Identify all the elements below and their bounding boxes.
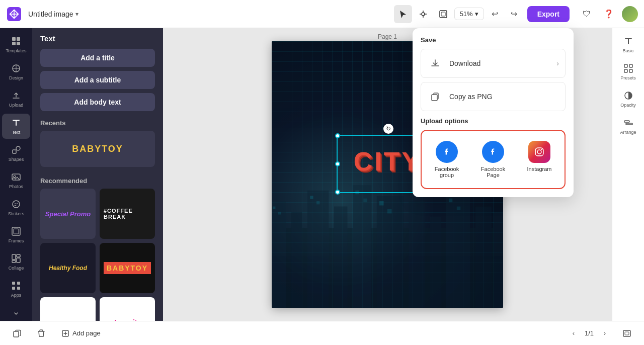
project-title[interactable]: Untitled image ▾ [28, 10, 78, 18]
okay-text: okay. [55, 317, 80, 321]
add-page-label: Add page [72, 329, 101, 337]
svg-rect-38 [475, 207, 492, 308]
shield-icon[interactable]: 🛡 [578, 5, 596, 23]
svg-point-65 [537, 150, 541, 154]
right-sidebar-presets-label: Presets [620, 75, 636, 80]
select-tool[interactable] [394, 5, 412, 23]
add-page-button[interactable]: Add page [56, 326, 106, 340]
sidebar-item-collage[interactable]: Collage [2, 249, 30, 275]
sidebar-item-label-shapes: Shapes [9, 157, 24, 162]
svg-rect-51 [629, 64, 632, 67]
coffee-break-text: #Coffee Break [104, 208, 151, 220]
svg-point-12 [16, 146, 20, 150]
svg-rect-7 [17, 37, 20, 41]
sidebar-item-label-stickers: Stickers [8, 211, 24, 216]
undo-button[interactable]: ↩ [486, 5, 504, 23]
sidebar-item-templates[interactable]: Templates [2, 32, 30, 57]
instagram-label: Instagram [527, 166, 552, 172]
svg-rect-52 [624, 69, 627, 72]
expand-pages-button[interactable] [618, 326, 636, 340]
expand-sidebar-button[interactable] [2, 304, 30, 321]
svg-rect-44 [355, 191, 359, 194]
copy-png-option[interactable]: Copy as PNG [421, 82, 566, 111]
right-sidebar-opacity-label: Opacity [620, 103, 636, 108]
svg-point-3 [422, 13, 425, 16]
copy-png-label: Copy as PNG [449, 93, 559, 101]
svg-rect-33 [353, 185, 371, 308]
svg-rect-8 [12, 42, 16, 45]
svg-rect-46 [379, 201, 383, 205]
recent-item-babytoy[interactable]: BABYTOY [40, 131, 155, 167]
special-promo-text: Special Promo [45, 210, 91, 218]
rec-okay[interactable]: okay. [40, 297, 96, 321]
sidebar-item-label-upload: Upload [9, 103, 24, 108]
svg-rect-27 [17, 287, 20, 290]
next-page-button[interactable]: › [598, 326, 612, 340]
page-indicator: 1/1 [585, 329, 594, 337]
babytoy-text: BABYTOY [72, 144, 123, 154]
rec-loveit[interactable]: Love it . [100, 297, 155, 321]
upload-instagram[interactable]: Instagram [518, 135, 560, 184]
right-sidebar-arrange[interactable]: Arrange [614, 114, 642, 139]
svg-rect-11 [13, 150, 16, 153]
download-icon [427, 55, 443, 71]
right-sidebar-presets[interactable]: Presets [614, 59, 642, 84]
svg-point-17 [17, 203, 18, 204]
help-icon[interactable]: ❓ [600, 5, 618, 23]
recommended-title: Recommended [32, 171, 163, 189]
sidebar-item-shapes[interactable]: Shapes [2, 141, 30, 166]
sidebar-item-label-photos: Photos [9, 184, 23, 189]
svg-rect-35 [409, 201, 425, 308]
svg-rect-47 [387, 209, 391, 213]
rec-special-promo[interactable]: Special Promo [40, 189, 96, 239]
bottom-bar: Add page ‹ 1/1 › [0, 321, 644, 345]
prev-page-button[interactable]: ‹ [567, 326, 581, 340]
panel-title: Text [32, 28, 163, 47]
download-option[interactable]: Download › [421, 49, 566, 78]
topbar: Untitled image ▾ 51% ▾ ↩ ↪ Export 🛡 ❓ [0, 0, 644, 28]
add-subtitle-button[interactable]: Add a subtitle [40, 71, 155, 89]
upload-facebook-page[interactable]: Facebook Page [472, 135, 514, 184]
add-title-button[interactable]: Add a title [40, 49, 155, 67]
babytoy2-text: BABYTOY [104, 262, 151, 274]
pan-tool[interactable] [414, 5, 432, 23]
right-sidebar-basic[interactable]: Basic [614, 32, 642, 57]
add-body-button[interactable]: Add body text [40, 93, 155, 111]
chevron-down-icon: ▾ [75, 11, 78, 18]
svg-point-16 [15, 203, 16, 204]
sidebar-item-upload[interactable]: Upload [2, 87, 30, 112]
right-sidebar-opacity[interactable]: Opacity [614, 87, 642, 112]
right-sidebar-basic-label: Basic [622, 48, 633, 53]
sidebar-item-text[interactable]: Text [2, 114, 30, 139]
sidebar-item-design[interactable]: Design [2, 59, 30, 84]
svg-rect-42 [310, 196, 313, 199]
page-current: 1 [585, 329, 588, 337]
sidebar-item-label-collage: Collage [9, 266, 24, 271]
rec-coffee-break[interactable]: #Coffee Break [100, 189, 155, 239]
redo-button[interactable]: ↪ [505, 5, 523, 23]
export-button[interactable]: Export [527, 6, 570, 22]
upload-facebook-group[interactable]: Facebook group [426, 135, 468, 184]
svg-point-14 [14, 176, 16, 178]
rec-babytoy2[interactable]: BABYTOY [100, 243, 155, 293]
recommended-grid: Special Promo #Coffee Break Healthy Food… [32, 189, 163, 321]
sidebar-item-photos[interactable]: Photos [2, 168, 30, 193]
svg-rect-22 [17, 258, 20, 263]
svg-rect-56 [626, 123, 632, 125]
avatar[interactable] [622, 6, 638, 22]
duplicate-button[interactable] [8, 326, 26, 340]
svg-rect-48 [449, 199, 452, 202]
text-panel: Text Add a title Add a subtitle Add body… [32, 28, 163, 321]
logo[interactable] [6, 6, 22, 22]
svg-rect-50 [624, 64, 627, 67]
frame-tool[interactable] [434, 5, 452, 23]
facebook-page-icon [482, 141, 504, 163]
sidebar-item-stickers[interactable]: Stickers [2, 195, 30, 220]
delete-button[interactable] [32, 326, 50, 340]
download-label: Download [449, 59, 550, 67]
zoom-control[interactable]: 51% ▾ [454, 8, 484, 20]
sidebar-item-apps[interactable]: Apps [2, 277, 30, 302]
sidebar-item-frames[interactable]: Frames [2, 222, 30, 247]
svg-rect-36 [430, 217, 441, 308]
rec-healthy-food[interactable]: Healthy Food [40, 243, 96, 293]
